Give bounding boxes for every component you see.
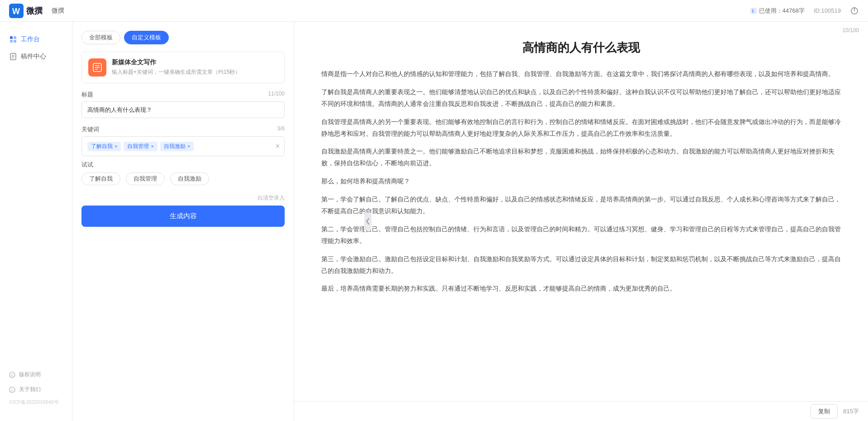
article-title: 高情商的人有什么表现 — [321, 40, 841, 56]
svg-rect-7 — [14, 36, 16, 39]
svg-text:©: © — [11, 373, 14, 378]
svg-text:W: W — [12, 7, 20, 16]
sidebar-nav: 工作台 稿件中心 — [0, 31, 72, 65]
main-layout: 工作台 稿件中心 © 版权说明 — [0, 22, 868, 421]
icp-text: ©ICP备2022016946号 — [0, 397, 72, 407]
card-title: 新媒体全文写作 — [112, 58, 240, 67]
remove-keyword-2[interactable]: × — [151, 144, 153, 149]
title-field-label: 标题 11/100 — [81, 91, 285, 99]
remove-keyword-1[interactable]: × — [114, 144, 117, 149]
tab-all-templates[interactable]: 全部模板 — [81, 31, 120, 44]
svg-rect-6 — [10, 36, 13, 39]
try-label: 试试 — [81, 161, 285, 169]
article-body: 情商是指一个人对自己和他人的情感的认知和管理能力，包括了解自我、自我管理、自我激… — [321, 68, 841, 295]
topbar: W 微撰 微撰 i 已使用：44768字 ID:100519 — [0, 0, 868, 22]
try-tags: 了解自我 自我管理 自我激励 — [81, 172, 285, 185]
sidebar-item-about[interactable]: i 关于我们 — [0, 382, 72, 397]
svg-text:i: i — [752, 8, 754, 14]
about-label: 关于我们 — [19, 386, 41, 393]
keyword-tag-1: 了解自我 × — [87, 142, 121, 151]
article-counter: 10/100 — [842, 27, 859, 33]
workspace-icon — [9, 35, 17, 43]
sidebar-bottom: © 版权说明 i 关于我们 ©ICP备2022016946号 — [0, 363, 72, 412]
generate-btn[interactable]: 生成内容 — [81, 206, 285, 227]
id-label: ID:100519 — [814, 7, 841, 14]
left-panel: 全部模板 自定义模板 新媒体全文写作 输入标题+关键词，一键准确生成所需文章（约… — [72, 22, 294, 421]
collapse-icon — [366, 218, 370, 225]
card-desc: 输入标题+关键词，一键准确生成所需文章（约15秒） — [112, 68, 240, 76]
keyword-field-label: 关键词 3/6 — [81, 125, 285, 134]
usage-info: i 已使用：44768字 — [750, 7, 805, 15]
about-icon: i — [9, 387, 15, 393]
try-tag-1[interactable]: 了解自我 — [81, 172, 120, 185]
power-icon[interactable] — [850, 6, 859, 15]
drafts-label: 稿件中心 — [21, 53, 46, 61]
keywords-container[interactable]: 了解自我 × 自我管理 × 自我激励 × × — [81, 136, 285, 156]
copy-btn[interactable]: 复制 — [811, 404, 838, 419]
info-icon: i — [750, 7, 757, 14]
template-card: 新媒体全文写作 输入标题+关键词，一键准确生成所需文章（约15秒） — [81, 52, 285, 83]
topbar-title: 微撰 — [52, 7, 64, 15]
usage-label: 已使用：44768字 — [759, 7, 805, 15]
content-area: 全部模板 自定义模板 新媒体全文写作 输入标题+关键词，一键准确生成所需文章（约… — [72, 22, 868, 421]
sidebar-item-drafts[interactable]: 稿件中心 — [0, 48, 72, 65]
svg-rect-8 — [10, 40, 13, 43]
right-panel: 10/100 高情商的人有什么表现 情商是指一个人对自己和他人的情感的认知和管理… — [294, 22, 868, 421]
svg-text:i: i — [12, 388, 13, 392]
collapse-arrow[interactable] — [364, 212, 372, 230]
title-input[interactable] — [81, 101, 285, 118]
keyword-count: 3/6 — [277, 125, 285, 134]
keyword-tag-3: 自我激励 × — [160, 142, 194, 151]
keywords-clear-btn[interactable]: × — [276, 142, 280, 150]
sidebar-item-workspace[interactable]: 工作台 — [0, 31, 72, 48]
word-count: 815字 — [843, 407, 859, 416]
article-content: 10/100 高情商的人有什么表现 情商是指一个人对自己和他人的情感的认知和管理… — [294, 22, 868, 401]
sidebar-item-copyright[interactable]: © 版权说明 — [0, 367, 72, 382]
try-tag-2[interactable]: 自我管理 — [126, 172, 165, 185]
copyright-icon: © — [9, 372, 15, 378]
workspace-label: 工作台 — [21, 35, 40, 43]
title-count: 11/100 — [268, 91, 285, 99]
remove-keyword-3[interactable]: × — [187, 144, 190, 149]
logo: W 微撰 — [9, 4, 43, 18]
sidebar: 工作台 稿件中心 © 版权说明 — [0, 22, 72, 421]
clear-input-hint[interactable]: 白清空录入 — [81, 194, 285, 202]
topbar-right: i 已使用：44768字 ID:100519 — [750, 6, 859, 15]
logo-icon: W — [9, 4, 24, 18]
try-section: 试试 了解自我 自我管理 自我激励 — [81, 161, 285, 185]
card-icon — [88, 58, 106, 77]
app-logo-text: 微撰 — [26, 5, 43, 16]
topbar-left: W 微撰 微撰 — [9, 4, 64, 18]
svg-rect-9 — [14, 40, 16, 43]
drafts-icon — [9, 53, 17, 61]
tab-buttons: 全部模板 自定义模板 — [81, 31, 285, 44]
copyright-label: 版权说明 — [19, 371, 41, 378]
tab-custom-templates[interactable]: 自定义模板 — [124, 31, 169, 44]
card-info: 新媒体全文写作 输入标题+关键词，一键准确生成所需文章（约15秒） — [112, 58, 240, 76]
right-bottom-bar: 复制 815字 — [294, 401, 868, 421]
keyword-tag-2: 自我管理 × — [124, 142, 157, 151]
try-tag-3[interactable]: 自我激励 — [170, 172, 209, 185]
